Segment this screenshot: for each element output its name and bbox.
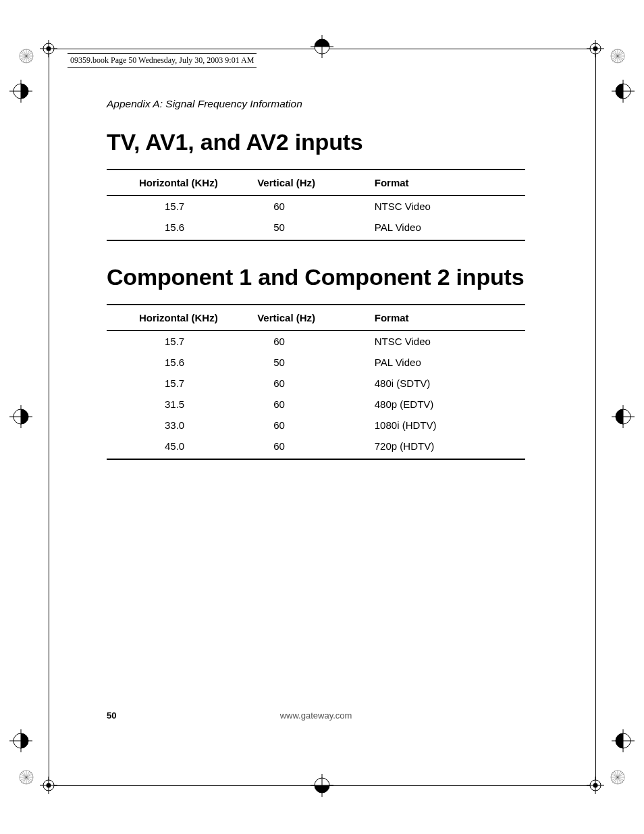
crop-line-right — [595, 49, 596, 785]
corner-dot-icon — [19, 770, 34, 785]
cell-vertical: 60 — [257, 436, 375, 459]
side-registration-icon — [9, 405, 32, 428]
cell-format: PAL Video — [375, 217, 525, 240]
table-header-row: Horizontal (KHz) Vertical (Hz) Format — [107, 170, 525, 196]
col-header-horizontal: Horizontal (KHz) — [107, 305, 257, 331]
registration-mark-icon — [40, 40, 57, 57]
running-header: 09359.book Page 50 Wednesday, July 30, 2… — [68, 53, 257, 68]
footer-url: www.gateway.com — [107, 710, 525, 721]
corner-dot-icon — [19, 49, 34, 63]
col-header-horizontal: Horizontal (KHz) — [107, 170, 257, 196]
cell-vertical: 60 — [257, 394, 375, 415]
cell-vertical: 60 — [257, 415, 375, 436]
cell-format: 480p (EDTV) — [375, 394, 525, 415]
table-row: 15.650PAL Video — [107, 217, 525, 240]
table-tv-av-inputs: Horizontal (KHz) Vertical (Hz) Format 15… — [107, 169, 525, 241]
table-row: 33.0601080i (HDTV) — [107, 415, 525, 436]
appendix-label: Appendix A: Signal Frequency Information — [107, 98, 525, 110]
side-registration-icon — [612, 729, 635, 752]
cell-vertical: 60 — [257, 373, 375, 394]
cell-horizontal: 15.6 — [107, 352, 257, 373]
table-row: 15.760NTSC Video — [107, 331, 525, 353]
registration-mark-icon — [587, 40, 604, 57]
corner-dot-icon — [610, 49, 625, 63]
cell-horizontal: 15.6 — [107, 217, 257, 240]
col-header-vertical: Vertical (Hz) — [257, 305, 375, 331]
registration-mark-icon — [40, 777, 57, 794]
cell-format: 720p (HDTV) — [375, 436, 525, 459]
side-registration-icon — [311, 774, 333, 797]
cell-horizontal: 15.7 — [107, 373, 257, 394]
table-row: 15.760NTSC Video — [107, 196, 525, 217]
side-registration-icon — [612, 80, 635, 103]
side-registration-icon — [612, 405, 635, 428]
cell-vertical: 60 — [257, 331, 375, 353]
col-header-vertical: Vertical (Hz) — [257, 170, 375, 196]
table-row: 15.650PAL Video — [107, 352, 525, 373]
table-component-inputs: Horizontal (KHz) Vertical (Hz) Format 15… — [107, 304, 525, 460]
cell-format: 1080i (HDTV) — [375, 415, 525, 436]
cell-horizontal: 15.7 — [107, 331, 257, 353]
section-heading-tv-av: TV, AV1, and AV2 inputs — [107, 129, 525, 155]
cell-horizontal: 15.7 — [107, 196, 257, 217]
page-content: Appendix A: Signal Frequency Information… — [107, 98, 525, 483]
corner-dot-icon — [610, 770, 625, 785]
cell-vertical: 50 — [257, 352, 375, 373]
table-row: 31.560480p (EDTV) — [107, 394, 525, 415]
cell-horizontal: 45.0 — [107, 436, 257, 459]
table-row: 45.060720p (HDTV) — [107, 436, 525, 459]
col-header-format: Format — [375, 170, 525, 196]
cell-format: NTSC Video — [375, 331, 525, 353]
cell-vertical: 60 — [257, 196, 375, 217]
cell-format: PAL Video — [375, 352, 525, 373]
side-registration-icon — [9, 80, 32, 103]
cell-format: NTSC Video — [375, 196, 525, 217]
col-header-format: Format — [375, 305, 525, 331]
side-registration-icon — [9, 729, 32, 752]
table-header-row: Horizontal (KHz) Vertical (Hz) Format — [107, 305, 525, 331]
cell-horizontal: 31.5 — [107, 394, 257, 415]
cell-horizontal: 33.0 — [107, 415, 257, 436]
registration-mark-icon — [587, 777, 604, 794]
section-heading-component: Component 1 and Component 2 inputs — [107, 264, 525, 290]
cell-format: 480i (SDTV) — [375, 373, 525, 394]
side-registration-icon — [311, 35, 333, 58]
crop-line-left — [49, 49, 49, 785]
table-row: 15.760480i (SDTV) — [107, 373, 525, 394]
cell-vertical: 50 — [257, 217, 375, 240]
